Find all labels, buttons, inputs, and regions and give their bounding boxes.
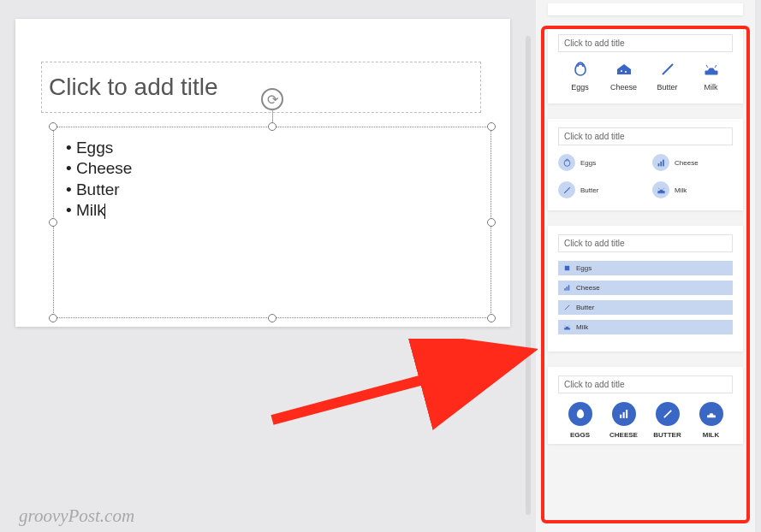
idea-item: MILK — [693, 402, 730, 439]
idea-item-label: Eggs — [562, 83, 599, 92]
idea-bar-item: Butter — [558, 300, 733, 315]
resize-handle[interactable] — [49, 314, 57, 322]
text-cursor — [104, 204, 105, 219]
bullet-list[interactable]: Eggs Cheese Butter Milk — [54, 127, 490, 231]
cheese-icon — [615, 61, 633, 78]
idea-item-label: Eggs — [576, 264, 592, 272]
idea-item-label: Butter — [576, 304, 594, 311]
bullet-item: Cheese — [66, 158, 479, 179]
idea-title-placeholder: Click to add title — [558, 375, 733, 393]
resize-handle[interactable] — [487, 218, 496, 227]
slash-icon — [656, 402, 680, 426]
idea-item-label: Butter — [649, 83, 687, 92]
cow-icon — [703, 61, 720, 78]
idea-item-label: Eggs — [580, 159, 596, 167]
resize-handle[interactable] — [487, 314, 496, 322]
design-ideas-panel: Click to add title Eggs Cheese Butter Mi… — [536, 0, 755, 532]
cow-icon — [652, 181, 669, 198]
idea-title-placeholder: Click to add title — [558, 234, 733, 252]
resize-handle[interactable] — [49, 218, 57, 227]
idea-bar-item: Milk — [558, 320, 733, 334]
title-placeholder-text: Click to add title — [49, 74, 218, 101]
square-icon — [563, 264, 571, 272]
idea-item-label: CHEESE — [605, 431, 643, 439]
resize-handle[interactable] — [268, 122, 276, 131]
idea-item-label: BUTTER — [649, 431, 687, 439]
idea-title-placeholder: Click to add title — [558, 34, 733, 52]
design-idea-card-partial[interactable] — [548, 3, 743, 15]
idea-item-label: Cheese — [605, 83, 643, 92]
idea-item-label: Milk — [693, 83, 730, 92]
slide-editor-workspace: Click to add title Eggs Cheese Butter Mi… — [0, 0, 524, 532]
design-idea-card[interactable]: Click to add title Eggs Cheese Butter Mi… — [548, 26, 743, 103]
idea-item: Cheese — [652, 154, 733, 171]
idea-item: Butter — [649, 61, 687, 92]
idea-item-label: Cheese — [675, 159, 699, 167]
slide-canvas[interactable]: Click to add title Eggs Cheese Butter Mi… — [15, 19, 510, 327]
resize-handle[interactable] — [49, 122, 57, 131]
egg-icon — [572, 61, 589, 78]
idea-item: Eggs — [558, 154, 639, 171]
idea-item-label: Milk — [675, 186, 687, 194]
bullet-item: Butter — [66, 180, 479, 200]
idea-title-placeholder: Click to add title — [558, 127, 733, 145]
idea-item: BUTTER — [649, 402, 687, 439]
egg-icon — [558, 154, 575, 171]
slash-icon — [563, 304, 571, 311]
chart-icon — [652, 154, 669, 171]
design-panel-scrollbar[interactable] — [526, 36, 531, 515]
chart-icon — [563, 284, 571, 292]
idea-bar-item: Cheese — [558, 281, 733, 295]
design-idea-card[interactable]: Click to add title Eggs Cheese Butter Mi… — [548, 119, 743, 210]
slash-icon — [558, 181, 575, 198]
idea-item: Eggs — [562, 61, 599, 92]
bullet-item: Milk — [66, 200, 479, 221]
idea-bar-item: Eggs — [558, 261, 733, 275]
idea-item: Butter — [558, 181, 639, 198]
idea-item-label: Butter — [580, 186, 598, 194]
idea-item: EGGS — [562, 402, 599, 439]
idea-item-label: Milk — [576, 323, 588, 331]
content-text-box[interactable]: Eggs Cheese Butter Milk — [53, 127, 491, 318]
idea-item: CHEESE — [605, 402, 643, 439]
bullet-item: Eggs — [66, 138, 479, 158]
idea-item-label: Cheese — [576, 284, 600, 292]
design-idea-card[interactable]: Click to add title EGGS CHEESE BUTTER MI… — [548, 367, 743, 444]
resize-handle[interactable] — [268, 314, 276, 322]
cow-icon — [563, 323, 571, 331]
rotate-handle-icon[interactable] — [261, 88, 283, 110]
idea-item: Cheese — [605, 61, 643, 92]
idea-item: Milk — [693, 61, 730, 92]
idea-item-label: MILK — [693, 431, 730, 439]
egg-icon — [568, 402, 592, 426]
idea-item: Milk — [652, 181, 733, 198]
design-idea-card[interactable]: Click to add title Eggs Cheese Butter Mi… — [548, 226, 743, 352]
idea-item-label: EGGS — [562, 431, 599, 439]
resize-handle[interactable] — [487, 122, 496, 131]
title-placeholder-box[interactable]: Click to add title — [41, 62, 481, 113]
chart-icon — [612, 402, 636, 426]
watermark-text: groovyPost.com — [19, 505, 134, 527]
cow-icon — [699, 402, 723, 426]
butter-icon — [659, 61, 676, 78]
